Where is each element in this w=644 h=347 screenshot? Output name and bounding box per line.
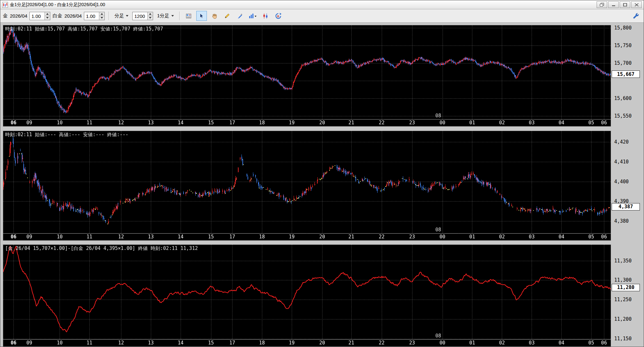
gold-chart-canvas[interactable] xyxy=(3,25,611,127)
bar-count-value[interactable]: 1200 xyxy=(133,12,147,20)
spin-down-button[interactable] xyxy=(148,16,153,20)
spread-y-axis: 11,280 11,35011,30011,25011,20011,150 xyxy=(611,244,644,347)
y-axis-tick-label: 4,390 xyxy=(614,198,629,204)
y-axis-tick-label: 11,300 xyxy=(614,277,632,283)
toolbar-separator xyxy=(109,12,109,20)
draw-pencil-icon[interactable] xyxy=(222,11,232,21)
platinum-chart-panel: 時刻:02:11 始値:--- 高値:--- 安値:--- 終値:--- 4,3… xyxy=(3,131,644,241)
brush-icon[interactable] xyxy=(235,11,245,21)
platinum-contract[interactable]: 2026/04 xyxy=(64,13,82,19)
gold-multiplier-value[interactable]: 1.00 xyxy=(30,12,45,20)
gold-chart-panel: 時刻:02:11 始値:15,707 高値:15,707 安値:15,707 終… xyxy=(3,25,644,127)
y-axis-tick-label: 4,380 xyxy=(614,218,629,224)
spread-chart-canvas[interactable] xyxy=(3,244,611,347)
window-title: 金1分足[2026/04]1.00 - 白金1分足[2026/04]1.00 xyxy=(10,2,105,8)
gold-current-price-box: 15,667 xyxy=(612,70,640,78)
period-dropdown[interactable]: 1分足 xyxy=(155,12,175,20)
y-axis-tick-label: 4,400 xyxy=(614,179,629,185)
pan-hand-icon[interactable] xyxy=(209,11,220,21)
period-dropdown-label: 1分足 xyxy=(157,13,169,19)
platinum-chart-canvas[interactable] xyxy=(3,131,611,241)
close-button[interactable] xyxy=(631,1,642,8)
gold-y-axis: 15,667 15,80015,75015,70015,60015,550 xyxy=(611,25,644,127)
settings-wrench-icon[interactable] xyxy=(631,11,641,21)
y-axis-tick-label: 15,750 xyxy=(614,43,632,48)
toolbar-separator xyxy=(179,12,180,20)
y-axis-tick-label: 11,150 xyxy=(614,336,632,342)
maximize-button[interactable] xyxy=(620,1,630,8)
y-axis-tick-label: 15,600 xyxy=(614,95,632,101)
title-bar[interactable]: 金1分足[2026/04]1.00 - 白金1分足[2026/04]1.00 xyxy=(0,0,644,9)
toolbar: 金 2026/04 1.00 白金 2026/04 1.00 分足 1200 1… xyxy=(0,9,644,23)
y-axis-tick-label: 15,550 xyxy=(614,113,632,119)
interval-dropdown-label: 分足 xyxy=(114,13,124,19)
interval-dropdown[interactable]: 分足 xyxy=(113,12,130,20)
platinum-multiplier-stepper[interactable]: 1.00 xyxy=(84,12,105,20)
spin-up-button[interactable] xyxy=(45,12,50,16)
refresh-icon[interactable]: B xyxy=(273,11,284,21)
popout-window-button[interactable] xyxy=(597,1,607,8)
chart-window-icon[interactable] xyxy=(183,11,194,21)
y-axis-tick-label: 11,200 xyxy=(614,316,632,322)
minimize-button[interactable] xyxy=(608,1,619,8)
chart-stack: 時刻:02:11 始値:15,707 高値:15,707 安値:15,707 終… xyxy=(0,23,644,347)
y-axis-tick-label: 4,410 xyxy=(614,159,629,165)
spin-up-button[interactable] xyxy=(99,12,104,16)
y-axis-tick-label: 15,800 xyxy=(614,25,632,31)
cursor-select-icon[interactable] xyxy=(196,11,207,21)
platinum-y-axis: 4,387 4,4204,4104,4004,3904,380 xyxy=(611,131,644,241)
svg-text:B: B xyxy=(277,15,280,18)
app-icon xyxy=(2,2,8,8)
candle-style-icon[interactable] xyxy=(260,11,271,21)
spread-chart-panel: [金 26/04 15,707×1.00]-[白金 26/04 4,395×1.… xyxy=(3,244,644,347)
gold-contract[interactable]: 2026/04 xyxy=(10,13,27,19)
spin-up-button[interactable] xyxy=(148,12,153,16)
y-axis-tick-label: 4,420 xyxy=(614,139,629,145)
gold-label: 金 xyxy=(3,13,8,19)
platinum-label: 白金 xyxy=(53,13,62,19)
spread-current-price-box: 11,280 xyxy=(612,284,640,291)
gold-multiplier-stepper[interactable]: 1.00 xyxy=(29,12,50,20)
platinum-multiplier-value[interactable]: 1.00 xyxy=(84,12,99,20)
spin-down-button[interactable] xyxy=(45,16,50,20)
chevron-down-icon xyxy=(171,15,174,17)
y-axis-tick-label: 11,250 xyxy=(614,297,632,302)
app-window: 金1分足[2026/04]1.00 - 白金1分足[2026/04]1.00 金… xyxy=(0,0,644,347)
y-axis-tick-label: 11,350 xyxy=(614,258,632,264)
bar-count-stepper[interactable]: 1200 xyxy=(132,12,153,20)
chevron-down-icon xyxy=(126,15,128,17)
y-axis-tick-label: 15,700 xyxy=(614,60,632,66)
spin-down-button[interactable] xyxy=(99,16,104,20)
indicator-bars-icon[interactable] xyxy=(248,11,258,21)
